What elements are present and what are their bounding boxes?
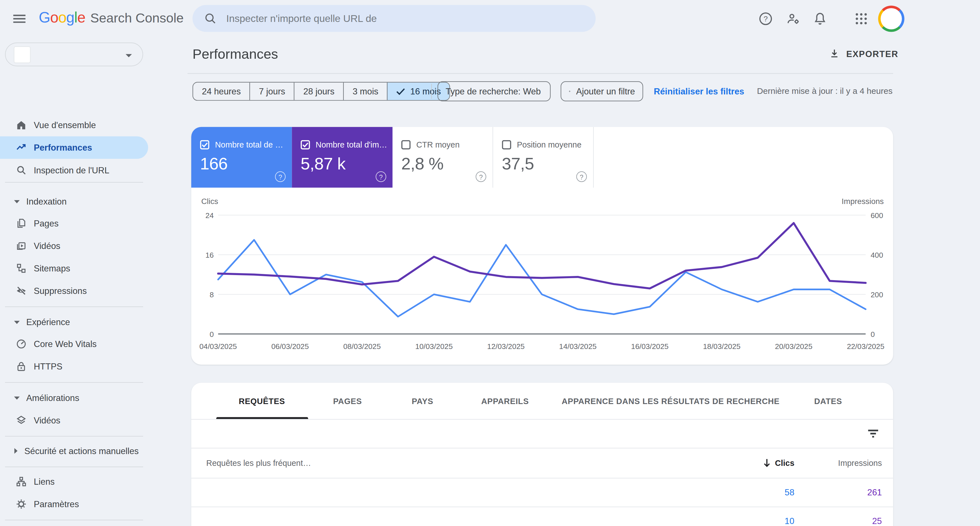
property-selector[interactable] [5,42,143,66]
metric-total-impressions[interactable]: Nombre total d'im… 5,87 k ? [292,127,392,188]
logo-letter: e [77,9,85,26]
reset-filters-link[interactable]: Réinitialiser les filtres [654,86,744,96]
x-axis-date-label: 18/03/2025 [703,342,741,351]
sidebar-section-security[interactable]: Sécurité et actions manuelles [0,440,148,462]
x-axis-date-label: 10/03/2025 [415,342,453,351]
x-axis-date-label: 08/03/2025 [343,342,381,351]
video-icon [16,240,27,252]
metric-average-ctr[interactable]: CTR moyen 2,8 % ? [393,127,493,188]
sidebar-item-overview[interactable]: Vue d'ensemble [0,114,148,136]
tab-dates[interactable]: DATES [815,383,842,419]
download-icon [829,48,840,59]
checkbox-checked-icon[interactable] [200,140,209,150]
table-toolbar [191,419,893,448]
help-icon[interactable]: ? [476,171,486,182]
x-axis-date-label: 12/03/2025 [487,342,525,351]
sidebar-item-send-feedback[interactable]: Envoyer des commentair… [0,524,148,526]
google-apps-grid-icon[interactable] [854,11,869,26]
query-column-header[interactable]: Requêtes les plus fréquent… [207,448,311,478]
series-line-impressions [218,223,866,289]
table-tabs: REQUÊTES PAGES PAYS APPAREILS APPARENCE … [191,383,893,419]
tab-requetes[interactable]: REQUÊTES [239,383,285,419]
add-filter-button[interactable]: Ajouter un filtre [561,81,643,101]
clics-cell[interactable]: 58 [719,478,794,507]
clics-cell[interactable]: 10 [719,507,794,526]
sidebar-divider [5,382,143,383]
checkbox-checked-icon[interactable] [301,140,310,150]
check-icon [396,88,405,95]
sidebar: Vue d'ensemble Performances Inspection d… [0,38,148,526]
sidebar-divider [5,466,143,467]
metric-average-position[interactable]: Position moyenne 37,5 ? [493,127,593,188]
range-24-heures[interactable]: 24 heures [193,83,250,100]
tab-appareils[interactable]: APPAREILS [481,383,529,419]
sort-desc-arrow-icon [763,459,771,467]
sidebar-item-performances[interactable]: Performances [0,136,148,159]
range-7-jours[interactable]: 7 jours [250,83,294,100]
help-icon[interactable]: ? [576,171,587,182]
range-3-mois[interactable]: 3 mois [343,83,387,100]
logo-letter: g [66,9,75,26]
x-axis-date-label: 16/03/2025 [631,342,668,351]
pages-copy-icon [16,218,27,229]
filter-rows-icon[interactable] [866,426,881,441]
caret-right-icon [14,448,18,454]
range-28-jours[interactable]: 28 jours [294,83,343,100]
avatar[interactable] [878,6,904,32]
app-window: Google Search Console ? [0,0,980,526]
last-update-text: Dernière mise à jour : il y a 4 heures [757,86,892,96]
tab-pays[interactable]: PAYS [412,383,433,419]
performance-chart-card: Nombre total de c… 166 ? Nombre total d'… [191,127,893,365]
clicks-impressions-line-chart[interactable]: 0082001640024600ClicsImpressions04/03/20… [191,188,893,365]
avatar-inner [881,8,902,30]
sidebar-divider [5,436,143,436]
tab-apparence[interactable]: APPARENCE DANS LES RÉSULTATS DE RECHERCH… [562,383,780,419]
left-axis-title: Clics [201,197,218,206]
caret-down-icon [14,320,20,324]
app-logo[interactable]: Google Search Console [39,9,184,26]
sidebar-item-suppressions[interactable]: Suppressions [0,280,148,302]
impressions-cell[interactable]: 25 [813,507,882,526]
sidebar-item-parametres[interactable]: Paramètres [0,493,148,515]
sidebar-section-ameliorations[interactable]: Améliorations [0,387,148,409]
search-input[interactable] [225,12,565,25]
sidebar-item-videos[interactable]: Vidéos [0,234,148,257]
table-row[interactable]: 58 261 [191,478,893,507]
tab-pages[interactable]: PAGES [333,383,362,419]
sidebar-section-experience[interactable]: Expérience [0,311,148,333]
user-settings-icon[interactable] [786,11,800,26]
sidebar-item-https[interactable]: HTTPS [0,355,148,378]
sidebar-item-url-inspection[interactable]: Inspection de l'URL [0,159,148,181]
table-row[interactable]: 10 25 [191,507,893,526]
notifications-bell-icon[interactable] [813,11,827,26]
menu-icon[interactable] [11,11,27,27]
page-title: Performances [192,46,278,63]
impressions-cell[interactable]: 261 [813,478,882,507]
sidebar-divider [5,182,143,183]
sidebar-item-videos-enhancement[interactable]: Vidéos [0,409,148,432]
impressions-column-header[interactable]: Impressions [813,448,882,478]
metric-total-clicks[interactable]: Nombre total de c… 166 ? [191,127,292,188]
export-button[interactable]: EXPORTER [829,48,898,59]
sidebar-item-core-web-vitals[interactable]: Core Web Vitals [0,333,148,355]
help-icon[interactable]: ? [275,171,286,182]
chevron-down-icon [125,53,132,58]
filter-separator [431,84,432,99]
sidebar-item-pages[interactable]: Pages [0,212,148,234]
help-icon[interactable]: ? [758,11,773,26]
caret-down-icon [14,199,20,204]
left-axis-tick: 8 [210,290,214,299]
checkbox-unchecked-icon[interactable] [502,140,511,150]
sidebar-divider [5,520,143,520]
search-icon [204,12,217,25]
url-inspect-searchbar[interactable] [192,5,596,32]
search-type-dropdown[interactable]: Type de recherche: Web [438,81,550,101]
property-favicon [14,47,30,63]
help-icon[interactable]: ? [376,171,387,182]
sidebar-item-liens[interactable]: Liens [0,470,148,493]
logo-letter: o [58,9,66,26]
sidebar-section-indexation[interactable]: Indexation [0,190,148,213]
checkbox-unchecked-icon[interactable] [401,140,410,150]
clics-column-header[interactable]: Clics [719,448,794,478]
sidebar-item-sitemaps[interactable]: Sitemaps [0,257,148,280]
